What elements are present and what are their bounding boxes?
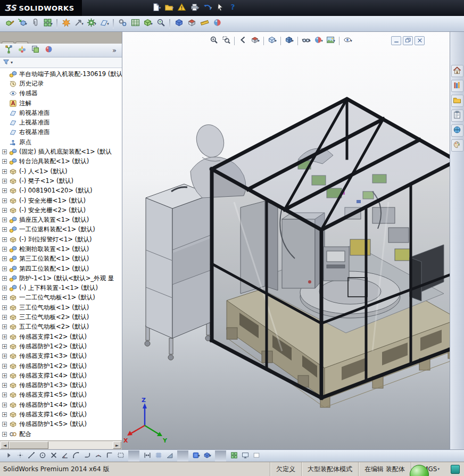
tree-item[interactable]: + 原点: [2, 137, 122, 147]
expand-plus-icon[interactable]: +: [2, 295, 7, 300]
help-button[interactable]: ? ▾: [227, 2, 239, 14]
menu-file[interactable]: [85, 6, 94, 10]
expand-plus-icon[interactable]: +: [2, 208, 7, 213]
tree-item[interactable]: + 历史记录: [2, 79, 122, 88]
tree-item[interactable]: + (-) 凳子<1> (默认): [2, 176, 122, 186]
insert-components-button[interactable]: ▾: [16, 18, 29, 30]
status-defined-state[interactable]: 欠定义 ▾: [270, 462, 301, 476]
expand-plus-icon[interactable]: +: [2, 373, 7, 378]
tree-item[interactable]: + 传感器支撑1<4> (默认): [2, 371, 122, 380]
expand-plus-icon[interactable]: +: [2, 266, 7, 271]
tree-item[interactable]: + 配合: [2, 429, 122, 439]
tray-button[interactable]: [451, 465, 460, 474]
task-pane-resources[interactable]: [451, 65, 463, 77]
menu-edit[interactable]: [94, 6, 102, 10]
propertymanager-icon[interactable]: [15, 44, 29, 57]
expand-plus-icon[interactable]: +: [2, 198, 7, 203]
expand-plus-icon[interactable]: +: [2, 422, 7, 427]
circle-tool-button[interactable]: ▾: [37, 450, 48, 462]
apply-scene-button[interactable]: ▾: [325, 35, 337, 47]
tree-filter-bar[interactable]: ▾: [0, 57, 122, 68]
expand-plus-icon[interactable]: +: [2, 412, 7, 417]
tree-item[interactable]: + 转台治具装配<1> (默认): [2, 157, 122, 166]
expand-plus-icon[interactable]: +: [2, 403, 7, 407]
expand-plus-icon[interactable]: +: [2, 324, 7, 329]
tree-item[interactable]: + (-) 人<1> (默认): [2, 166, 122, 176]
task-pane-appearances-scenes[interactable]: [451, 124, 463, 137]
menu-tools[interactable]: [119, 6, 128, 10]
featuremanager-tree-icon[interactable]: [2, 44, 15, 57]
menu-view[interactable]: [102, 6, 111, 10]
expand-plus-icon[interactable]: +: [2, 188, 7, 193]
display-style-button[interactable]: ▾: [283, 35, 295, 47]
exploded-view-button[interactable]: ▾: [142, 18, 154, 30]
undo-button[interactable]: ▾: [201, 2, 214, 14]
tree-item[interactable]: + 上视基准面: [2, 118, 122, 127]
expand-plus-icon[interactable]: +: [2, 149, 7, 154]
interference-detection-button[interactable]: ▾: [154, 18, 167, 30]
task-pane-custom-properties[interactable]: [451, 139, 463, 152]
grid-snap-button[interactable]: ▾: [153, 450, 164, 462]
tree-item[interactable]: + 传感器支撑1<5> (默认): [2, 390, 122, 400]
expand-plus-icon[interactable]: +: [2, 432, 7, 437]
open-document-button[interactable]: ▾: [163, 2, 176, 14]
line-tool-button[interactable]: ▾: [26, 450, 37, 462]
status-large-assembly-mode[interactable]: 大型装配体模式 ▾: [301, 462, 358, 476]
previous-view-button[interactable]: ▾: [237, 35, 249, 47]
graphics-viewport[interactable]: Z X Y ▾ ▾ ▾ ▾ ▾: [122, 32, 450, 449]
scrollbar-track[interactable]: [9, 441, 113, 449]
tree-item[interactable]: + 右视基准面: [2, 128, 122, 137]
mate-button[interactable]: ▾: [29, 18, 42, 30]
horizontal-scrollbar[interactable]: ◄ ►: [0, 440, 122, 449]
measure-button[interactable]: ▾: [198, 18, 211, 30]
tree-item[interactable]: + 三工位气动板<2> (默认): [2, 312, 122, 322]
tree-item[interactable]: + 传感器防护1<2> (默认): [2, 361, 122, 371]
task-pane-file-explorer[interactable]: [451, 95, 463, 107]
rebuild-button[interactable]: ▾: [176, 2, 188, 14]
section-view-button[interactable]: ▾: [249, 35, 261, 47]
appearance-ball-button[interactable]: ▾: [211, 18, 223, 30]
instant2d-cube-button[interactable]: ▾: [202, 450, 213, 462]
shaded-sketch-contours-button[interactable]: ▾: [190, 450, 202, 462]
tree-item[interactable]: + 传感器防护1<3> (默认): [2, 381, 122, 390]
scrollbar-thumb[interactable]: [9, 441, 48, 449]
tree-item[interactable]: + 一工位退料装配<1> (默认): [2, 225, 122, 235]
sketch-fillet-button[interactable]: ▾: [104, 450, 115, 462]
tree-item[interactable]: + (-) 到位报警灯<1> (默认): [2, 235, 122, 244]
tree-item[interactable]: + 传感器支撑1<3> (默认): [2, 352, 122, 361]
viewport-canvas[interactable]: Z X Y: [122, 32, 450, 449]
task-pane-view-palette[interactable]: [451, 110, 463, 122]
minimize-button[interactable]: [414, 2, 430, 14]
screen-display-button[interactable]: ▾: [239, 450, 251, 462]
expand-plus-icon[interactable]: +: [2, 393, 7, 397]
tree-item[interactable]: + 传感器支撑1<2> (默认): [2, 332, 122, 341]
tree-item[interactable]: + 传感器防护1<5> (默认): [2, 420, 122, 429]
tree-item[interactable]: + 防护-1<1> (默认<默认>_外观 显: [2, 273, 122, 283]
tree-item[interactable]: + 传感器防护1<2> (默认): [2, 341, 122, 351]
tree-item[interactable]: + 半自动端子插入机装配-130619 (默认: [2, 69, 122, 79]
tree-item[interactable]: + 检测抬取装置<1> (默认): [2, 244, 122, 254]
construction-rectangle-button[interactable]: ▾: [115, 450, 126, 462]
expand-plus-icon[interactable]: +: [2, 227, 7, 232]
expand-plus-icon[interactable]: +: [2, 344, 7, 349]
sketch-grid-display-button[interactable]: ▾: [228, 450, 239, 462]
doc-restore-button[interactable]: [403, 36, 413, 45]
filter-dropdown-arrow[interactable]: ▾: [11, 60, 13, 65]
tree-item[interactable]: + 三工位气动板<1> (默认): [2, 303, 122, 312]
expand-plus-icon[interactable]: +: [2, 159, 7, 164]
displaymanager-icon[interactable]: [42, 44, 55, 57]
tree-item[interactable]: + (-) 0081901<20> (默认): [2, 186, 122, 196]
expand-plus-icon[interactable]: +: [2, 383, 7, 388]
edit-appearance-button[interactable]: ▾: [312, 35, 325, 47]
assembly-features-button[interactable]: ▾: [85, 18, 98, 30]
tree-item[interactable]: + (-) 安全光栅<1> (默认): [2, 196, 122, 205]
close-button[interactable]: [446, 2, 462, 14]
view-orientation-button[interactable]: ▾: [266, 35, 278, 47]
tangent-arc-button[interactable]: ▾: [81, 450, 93, 462]
tree-item[interactable]: + 一二工位气动板<1> (默认): [2, 293, 122, 303]
doc-minimize-button[interactable]: [391, 36, 401, 45]
view-settings-button[interactable]: ▾: [342, 35, 354, 47]
area-wedge-button[interactable]: ▾: [164, 450, 175, 462]
configurationmanager-icon[interactable]: [29, 44, 42, 57]
tree-item[interactable]: + 五工位气动板<2> (默认): [2, 322, 122, 332]
